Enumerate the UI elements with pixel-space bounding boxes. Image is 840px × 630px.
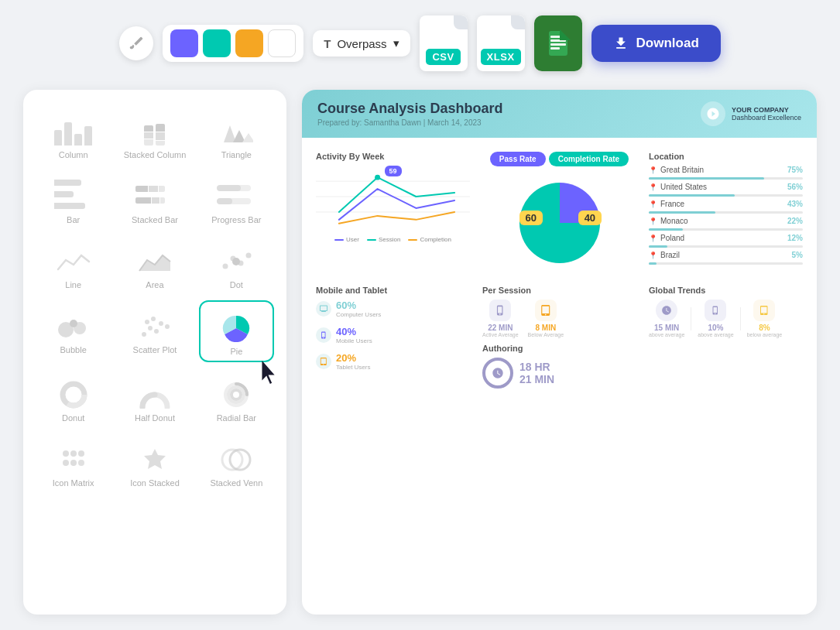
- color-swatch-teal[interactable]: [203, 29, 231, 57]
- computer-pct: 60%: [336, 300, 381, 311]
- half-donut-icon: [135, 376, 174, 409]
- mobile-pct: 40%: [336, 326, 372, 337]
- chart-item-stacked-column[interactable]: Stacked Column: [117, 105, 192, 164]
- below-avg-label: Below Average: [528, 332, 564, 337]
- company-name: YOUR COMPANY: [732, 106, 801, 114]
- sheets-btn[interactable]: [534, 15, 582, 71]
- paint-icon-btn[interactable]: [119, 26, 153, 60]
- activity-chart-area: 59: [316, 166, 470, 235]
- chart-item-scatter-plot[interactable]: Scatter Plot: [117, 300, 192, 362]
- svg-point-29: [231, 390, 241, 399]
- activity-section: Activity By Week 59: [310, 146, 476, 279]
- bubble-label: Bubble: [60, 345, 87, 354]
- activity-title: Activity By Week: [316, 152, 470, 161]
- chart-item-stacked-bar[interactable]: Stacked Bar: [117, 170, 192, 229]
- toolbar: T Overpass ▾ CSV XLSX: [23, 15, 817, 71]
- authoring-area: Authoring 18 HR 21 MIN: [482, 344, 636, 389]
- location-item-mo: 📍 Monaco 22%: [649, 217, 803, 225]
- global-clock-icon: [656, 300, 677, 321]
- mobile-stats: 60% Computer Users 40% Mobile Users: [316, 300, 470, 374]
- chart-item-dot[interactable]: Dot: [199, 235, 274, 294]
- download-button[interactable]: Download: [591, 25, 721, 62]
- progress-bar-label: Progress Bar: [211, 215, 261, 224]
- location-name-br: Brazil: [660, 251, 680, 259]
- svg-point-17: [142, 332, 146, 337]
- chart-item-radial-bar[interactable]: Radial Bar: [199, 368, 274, 427]
- chart-panel: Column Stacked Column: [23, 90, 286, 615]
- dashboard-subtitle: Prepared by: Samantha Dawn | March 14, 2…: [317, 118, 502, 127]
- pass-rate-tab[interactable]: Pass Rate: [490, 152, 546, 166]
- chart-legend: User Session Completion: [316, 236, 470, 243]
- donut-icon: [54, 376, 93, 409]
- location-title: Location: [649, 152, 803, 161]
- chart-item-line[interactable]: Line: [36, 235, 111, 294]
- icon-stacked-label: Icon Stacked: [130, 478, 180, 488]
- stacked-column-label: Stacked Column: [124, 150, 187, 159]
- global-time-item: 15 MIN above average: [649, 300, 684, 337]
- mobile-icon: [316, 327, 331, 343]
- svg-point-12: [246, 253, 252, 259]
- chart-item-stacked-venn[interactable]: Stacked Venn: [199, 433, 274, 492]
- chart-item-icon-matrix[interactable]: Icon Matrix: [36, 433, 111, 492]
- triangle-icon: [217, 113, 255, 146]
- icon-matrix-label: Icon Matrix: [53, 478, 94, 488]
- location-name-fr: France: [660, 200, 684, 208]
- location-section: Location 📍 Great Britain 75%: [643, 146, 809, 279]
- global-tablet-value: 8%: [747, 324, 783, 332]
- font-icon: T: [324, 37, 331, 50]
- svg-point-18: [148, 326, 153, 330]
- chart-item-column[interactable]: Column: [36, 105, 111, 164]
- color-swatch-orange[interactable]: [235, 29, 263, 57]
- chart-item-bubble[interactable]: Bubble: [36, 300, 111, 362]
- pass-rate-section: Pass Rate Completion Rate: [476, 146, 643, 279]
- chart-item-half-donut[interactable]: Half Donut: [117, 368, 192, 427]
- color-swatch-white[interactable]: [268, 29, 296, 57]
- location-pct-gb: 75%: [787, 166, 803, 174]
- chart-item-bar[interactable]: Bar: [36, 170, 111, 229]
- tablet-session-icon: [535, 300, 557, 321]
- location-item-br: 📍 Brazil 5%: [649, 251, 803, 259]
- computer-users-row: 60% Computer Users: [316, 300, 470, 318]
- legend-user: User: [346, 236, 359, 243]
- dashboard-title-group: Course Analysis Dashboard Prepared by: S…: [317, 101, 502, 127]
- mobile-users-row: 40% Mobile Users: [316, 326, 470, 344]
- chart-item-progress-bar[interactable]: Progress Bar: [199, 170, 274, 229]
- global-trends-title: Global Trends: [649, 286, 803, 295]
- global-tablet-label: below average: [747, 332, 783, 337]
- xlsx-label: XLSX: [481, 49, 521, 65]
- triangle-label: Triangle: [221, 150, 252, 159]
- svg-marker-36: [144, 449, 166, 469]
- scatter-plot-label: Scatter Plot: [133, 345, 177, 354]
- authoring-value-group: 18 HR 21 MIN: [519, 361, 554, 385]
- bubble-icon: [54, 308, 93, 341]
- chart-item-area[interactable]: Area: [117, 235, 192, 294]
- tablet-pct: 20%: [336, 352, 370, 364]
- tablet-users-row: 20% Tablet Users: [316, 352, 470, 371]
- mobile-label: Mobile Users: [336, 337, 372, 344]
- chart-item-donut[interactable]: Donut: [36, 368, 111, 427]
- location-name-mo: Monaco: [660, 217, 688, 225]
- svg-point-19: [154, 329, 159, 334]
- xlsx-btn[interactable]: XLSX: [477, 15, 525, 71]
- chart-item-triangle[interactable]: Triangle: [199, 105, 274, 164]
- color-swatch-purple[interactable]: [170, 29, 198, 57]
- chart-item-icon-stacked[interactable]: Icon Stacked: [117, 433, 192, 492]
- dashboard-title: Course Analysis Dashboard: [317, 101, 502, 117]
- csv-btn[interactable]: CSV: [420, 15, 468, 71]
- chart-item-pie[interactable]: Pie: [199, 300, 274, 362]
- completion-rate-tab[interactable]: Completion Rate: [549, 152, 629, 166]
- scatter-plot-icon: [135, 308, 174, 341]
- pie-value-1: 60: [519, 211, 543, 225]
- location-list: 📍 Great Britain 75% 📍 United States 5: [649, 166, 803, 265]
- dot-label: Dot: [230, 280, 243, 289]
- location-name-pl: Poland: [660, 234, 684, 242]
- computer-icon: [316, 301, 331, 317]
- global-tablet-icon: [753, 300, 775, 321]
- font-selector[interactable]: T Overpass ▾: [313, 30, 410, 56]
- svg-point-22: [145, 320, 149, 324]
- dashboard-body: Activity By Week 59: [302, 138, 817, 402]
- legend-session: Session: [379, 236, 400, 243]
- radial-bar-icon: [217, 376, 255, 409]
- stacked-column-icon: [135, 113, 174, 146]
- location-pct-mo: 22%: [787, 217, 803, 225]
